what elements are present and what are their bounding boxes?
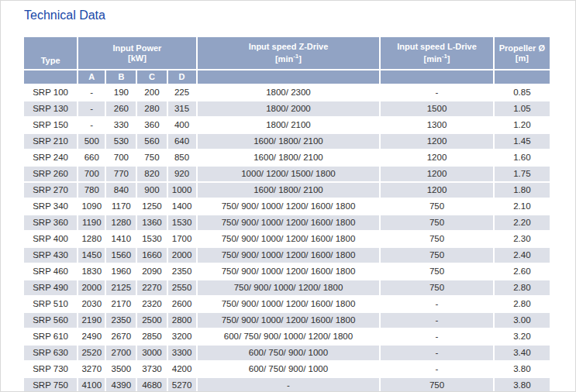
cell-speed-z-drive: 1600/ 1800/ 2100 — [198, 150, 380, 165]
cell-power-d: 4200 — [168, 362, 196, 377]
cell-speed-z-drive: 600/ 750/ 900/ 1000 — [198, 362, 380, 377]
cell-propeller-diameter: 3.20 — [495, 329, 550, 344]
cell-power-b: 770 — [106, 167, 136, 181]
header-l-drive-label: Input speed L-Drive — [397, 42, 477, 51]
table-row: SRP 730 3270 3500 3730 4200 600/ 750/ 90… — [24, 362, 550, 377]
cell-power-c: 2320 — [137, 297, 166, 311]
cell-power-a: 2190 — [78, 313, 105, 328]
cell-speed-l-drive: 1200 — [381, 150, 492, 165]
cell-power-b: 1560 — [106, 248, 136, 263]
cell-speed-l-drive: 1200 — [381, 134, 492, 149]
cell-type: SRP 750 — [24, 378, 77, 392]
cell-power-a: 660 — [78, 150, 105, 165]
cell-propeller-diameter: 2.60 — [495, 264, 550, 279]
cell-speed-z-drive: 1800/ 2300 — [198, 85, 380, 100]
table-row: SRP 510 2030 2170 2320 2600 750/ 900/ 10… — [24, 297, 550, 311]
header-z-drive: Input speed Z-Drive [min-1] — [198, 37, 380, 69]
cell-power-a: 3270 — [78, 362, 105, 377]
cell-power-c: 1530 — [137, 232, 166, 246]
cell-propeller-diameter: 1.05 — [495, 101, 550, 116]
header-sub-c: C — [137, 70, 166, 84]
cell-power-d: 3200 — [168, 329, 196, 344]
cell-propeller-diameter: 3.00 — [495, 313, 550, 328]
cell-type: SRP 400 — [24, 232, 77, 246]
cell-type: SRP 270 — [24, 183, 77, 198]
cell-propeller-diameter: 3.80 — [495, 362, 550, 377]
header-propeller: Propeller Ø [m] — [495, 37, 550, 69]
cell-power-a: 2520 — [78, 346, 105, 360]
table-row: SRP 240 660 700 750 850 1600/ 1800/ 2100… — [24, 150, 550, 165]
cell-type: SRP 630 — [24, 346, 77, 360]
cell-power-b: 2170 — [106, 297, 136, 311]
cell-power-a: 700 — [78, 167, 105, 181]
cell-speed-z-drive: 1600/ 1800/ 2100 — [198, 134, 380, 149]
cell-power-a: 780 — [78, 183, 105, 198]
cell-power-a: 1190 — [78, 215, 105, 230]
table-row: SRP 150 - 330 360 400 1800/ 2100 1300 1.… — [24, 118, 550, 132]
cell-type: SRP 100 — [24, 85, 77, 100]
cell-speed-l-drive: 1200 — [381, 167, 492, 181]
cell-power-d: 1400 — [168, 199, 196, 214]
cell-type: SRP 130 — [24, 101, 77, 116]
header-input-power: Input Power [kW] — [78, 37, 195, 69]
cell-power-c: 2850 — [137, 329, 166, 344]
header-sub-d: D — [168, 70, 196, 84]
cell-power-c: 360 — [137, 118, 166, 132]
header-sub-empty-ldrive — [381, 70, 492, 84]
cell-speed-z-drive: 750/ 900/ 1000/ 1200/ 1600/ 1800 — [198, 297, 380, 311]
table-row: SRP 630 2520 2700 3000 3300 600/ 750/ 90… — [24, 346, 550, 360]
header-type: Type — [24, 37, 77, 69]
header-z-drive-label: Input speed Z-Drive — [249, 42, 329, 51]
cell-power-c: 3730 — [137, 362, 166, 377]
cell-speed-z-drive: 1000/ 1200/ 1500/ 1800 — [198, 167, 380, 181]
table-row: SRP 490 2000 2125 2270 2550 750/ 900/ 10… — [24, 280, 550, 295]
table-row: SRP 100 - 190 200 225 1800/ 2300 - 0.85 — [24, 85, 550, 100]
header-l-drive: Input speed L-Drive [min-1] — [381, 37, 492, 69]
cell-power-d: 1000 — [168, 183, 196, 198]
table-row: SRP 260 700 770 820 920 1000/ 1200/ 1500… — [24, 167, 550, 181]
cell-type: SRP 430 — [24, 248, 77, 263]
cell-speed-l-drive: 750 — [381, 199, 492, 214]
table-row: SRP 430 1450 1560 1660 2000 750/ 900/ 10… — [24, 248, 550, 263]
cell-power-a: 500 — [78, 134, 105, 149]
cell-speed-l-drive: 750 — [381, 264, 492, 279]
cell-speed-z-drive: 750/ 900/ 1000/ 1200/ 1600/ 1800 — [198, 248, 380, 263]
table-row: SRP 360 1190 1280 1360 1530 750/ 900/ 10… — [24, 215, 550, 230]
table-row: SRP 560 2190 2350 2500 2800 750/ 900/ 10… — [24, 313, 550, 328]
cell-power-d: 2600 — [168, 297, 196, 311]
cell-speed-z-drive: 750/ 900/ 1000/ 1200/ 1600/ 1800 — [198, 199, 380, 214]
cell-power-c: 2500 — [137, 313, 166, 328]
table-row: SRP 460 1830 1960 2090 2350 750/ 900/ 10… — [24, 264, 550, 279]
header-row-main: Type Input Power [kW] Input speed Z-Driv… — [24, 37, 550, 69]
cell-power-c: 1250 — [137, 199, 166, 214]
cell-power-d: 850 — [168, 150, 196, 165]
cell-power-b: 3500 — [106, 362, 136, 377]
cell-speed-l-drive: 1300 — [381, 118, 492, 132]
header-propeller-label: Propeller Ø — [499, 43, 545, 53]
header-propeller-unit: [m] — [516, 53, 529, 63]
technical-data-table: Type Input Power [kW] Input speed Z-Driv… — [22, 36, 551, 392]
cell-power-a: 1280 — [78, 232, 105, 246]
cell-propeller-diameter: 2.80 — [495, 297, 550, 311]
cell-speed-l-drive: 1500 — [381, 101, 492, 116]
cell-propeller-diameter: 2.10 — [495, 199, 550, 214]
cell-type: SRP 610 — [24, 329, 77, 344]
cell-power-d: 400 — [168, 118, 196, 132]
cell-power-a: 1830 — [78, 264, 105, 279]
cell-power-b: 1170 — [106, 199, 136, 214]
cell-power-c: 900 — [137, 183, 166, 198]
cell-power-a: 2000 — [78, 280, 105, 295]
cell-power-c: 1660 — [137, 248, 166, 263]
cell-type: SRP 340 — [24, 199, 77, 214]
cell-power-d: 315 — [168, 101, 196, 116]
cell-type: SRP 510 — [24, 297, 77, 311]
cell-speed-z-drive: 750/ 900/ 1000/ 1200/ 1800 — [198, 280, 380, 295]
cell-power-b: 840 — [106, 183, 136, 198]
cell-speed-z-drive: - — [198, 378, 380, 392]
table-row: SRP 270 780 840 900 1000 1600/ 1800/ 210… — [24, 183, 550, 198]
cell-speed-z-drive: 1800/ 2000 — [198, 101, 380, 116]
header-sub-b: B — [106, 70, 136, 84]
cell-power-b: 4390 — [106, 378, 136, 392]
cell-power-d: 225 — [168, 85, 196, 100]
cell-power-c: 560 — [137, 134, 166, 149]
